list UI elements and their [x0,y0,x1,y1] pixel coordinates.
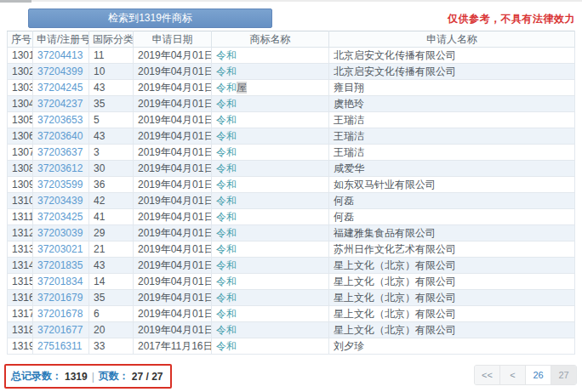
cell-apply-date: 2019年04月01日 [134,209,212,225]
current-page-button[interactable]: 27 [551,366,576,384]
reg-number-link[interactable]: 37204399 [37,65,83,77]
cell-reg-number: 37203653 [33,112,89,128]
trademark-name-link[interactable]: 令和 [216,292,237,304]
cell-serial: 1314 [8,258,33,274]
cell-apply-date: 2019年04月01日 [134,274,212,290]
page-number-button[interactable]: 26 [526,366,551,384]
header-serial: 序号 [8,31,33,48]
cell-serial: 1318 [8,322,33,338]
cell-reg-number: 37204399 [33,64,89,80]
table-row: 131037203439422019年04月01日令和何磊 [8,193,575,209]
reg-number-link[interactable]: 37203439 [37,195,83,207]
trademark-name-link[interactable]: 令和 [216,162,237,174]
reg-number-link[interactable]: 27516311 [37,340,83,352]
cell-trademark: 令和 [212,306,329,322]
table-row: 13073720363732019年04月01日令和王瑞洁 [8,145,575,161]
cell-reg-number: 27516311 [33,338,89,355]
cell-applicant: 雍目翔 [329,80,575,96]
cell-apply-date: 2019年04月01日 [134,161,212,177]
trademark-results-table: 序号 申请/注册号 国际分类 申请日期 商标名称 申请人名称 130137204… [7,31,575,355]
cell-trademark: 令和 [212,322,329,338]
cell-trademark: 令和 [212,209,329,225]
reg-number-link[interactable]: 37203637 [37,146,83,158]
trademark-name-link[interactable]: 令和 [216,211,237,223]
cell-reg-number: 37203640 [33,128,89,145]
reg-number-link[interactable]: 37203021 [37,243,83,255]
trademark-name-link[interactable]: 令和 [216,65,237,77]
trademark-name-link[interactable]: 令和 [216,340,237,352]
trademark-name-link[interactable]: 令和 [216,82,237,94]
cell-applicant: 何磊 [329,193,575,209]
cell-intl-class: 21 [89,241,134,258]
cell-applicant: 北京启安文化传播有限公司 [329,64,575,80]
trademark-name-link[interactable]: 令和 [216,146,237,158]
cell-serial: 1309 [8,177,33,193]
reg-number-link[interactable]: 37203640 [37,130,83,142]
reg-number-link[interactable]: 37204245 [37,82,83,94]
header-apply-date: 申请日期 [134,31,212,48]
cell-trademark: 令和屋 [212,80,329,96]
trademark-name-link[interactable]: 令和 [216,179,237,190]
table-row: 131837201677202019年04月01日令和星上文化（北京）有限公司 [8,322,575,338]
cell-apply-date: 2019年04月01日 [134,112,212,128]
trademark-name-link[interactable]: 令和 [216,227,237,239]
cell-reg-number: 37201678 [33,306,89,322]
trademark-name-link[interactable]: 令和 [216,259,237,271]
reg-number-link[interactable]: 37203425 [37,211,83,223]
trademark-name-link[interactable]: 令和 [216,195,237,207]
cell-reg-number: 37203039 [33,225,89,241]
table-row: 130937203599362019年04月01日令和如东双马针业有限公司 [8,177,575,193]
trademark-name-link[interactable]: 令和 [216,98,237,110]
cell-trademark: 令和 [212,241,329,258]
cell-serial: 1315 [8,274,33,290]
trademark-name-link[interactable]: 令和 [216,324,237,336]
reg-number-link[interactable]: 37201678 [37,308,83,320]
cell-trademark: 令和 [212,258,329,274]
pagination: <<<2627 [474,365,577,385]
page-count-value: 27 / 27 [132,371,163,383]
reg-number-link[interactable]: 37204413 [37,49,83,61]
reg-number-link[interactable]: 37201679 [37,292,83,304]
reg-number-link[interactable]: 37201834 [37,276,83,287]
trademark-name-link[interactable]: 令和 [216,243,237,255]
table-row: 13053720365352019年04月01日令和王瑞洁 [8,112,575,128]
cell-applicant: 星上文化（北京）有限公司 [329,274,575,290]
trademark-name-link[interactable]: 令和 [216,276,237,287]
table-row: 131537201834142019年04月01日令和星上文化（北京）有限公司 [8,274,575,290]
reg-number-link[interactable]: 37203599 [37,179,83,190]
reg-number-link[interactable]: 37204237 [37,98,83,110]
trademark-name-link[interactable]: 令和 [216,114,237,126]
reg-number-link[interactable]: 37203039 [37,227,83,239]
reg-number-link[interactable]: 37203653 [37,114,83,126]
cell-trademark: 令和 [212,225,329,241]
header-reg-number: 申请/注册号 [33,31,89,48]
cell-serial: 1304 [8,96,33,112]
cell-reg-number: 37203599 [33,177,89,193]
cell-reg-number: 37203612 [33,161,89,177]
reg-number-link[interactable]: 37201677 [37,324,83,336]
cell-reg-number: 37201677 [33,322,89,338]
trademark-name-link[interactable]: 令和 [216,308,237,320]
trademark-name-link[interactable]: 令和 [216,49,237,61]
reg-number-link[interactable]: 37203612 [37,162,83,174]
cell-applicant: 星上文化（北京）有限公司 [329,306,575,322]
cell-apply-date: 2019年04月01日 [134,64,212,80]
header-trademark: 商标名称 [212,31,329,48]
cell-serial: 1310 [8,193,33,209]
result-count-label: 检索到1319件商标 [108,12,192,24]
cell-apply-date: 2019年04月01日 [134,225,212,241]
cell-applicant: 如东双马针业有限公司 [329,177,575,193]
cell-applicant: 星上文化（北京）有限公司 [329,258,575,274]
cell-trademark: 令和 [212,290,329,306]
cell-apply-date: 2019年04月01日 [134,322,212,338]
table-row: 130437204237352019年04月01日令和虞艳玲 [8,96,575,112]
cell-trademark: 令和 [212,177,329,193]
reg-number-link[interactable]: 37201835 [37,259,83,271]
first-page-button[interactable]: << [475,366,500,384]
cell-intl-class: 30 [89,161,134,177]
trademark-name-link[interactable]: 令和 [216,130,237,142]
prev-page-button[interactable]: < [500,366,526,384]
cell-serial: 1312 [8,225,33,241]
cell-serial: 1305 [8,112,33,128]
cell-reg-number: 37201834 [33,274,89,290]
